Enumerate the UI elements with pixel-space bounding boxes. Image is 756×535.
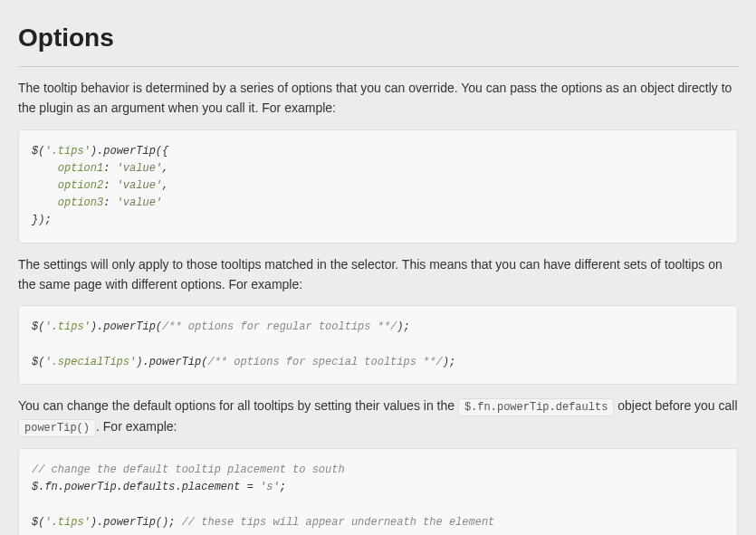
code-text: $.fn.powerTip.defaults.placement = (32, 481, 260, 493)
code-selector: '.specialTips' (44, 356, 136, 368)
code-key: option3 (32, 196, 103, 209)
code-block-1: $('.tips').powerTip({ option1: 'value', … (18, 129, 738, 244)
code-block-3: // change the default tooltip placement … (18, 448, 738, 535)
code-text: ); (397, 320, 409, 333)
para-text: You can change the default options for a… (18, 398, 458, 413)
code-text: ).powerTip({ (91, 145, 168, 158)
code-key: option2 (32, 179, 103, 192)
code-text: ).powerTip( (91, 320, 162, 333)
code-text: : (103, 179, 116, 192)
code-text: ).powerTip( (136, 356, 207, 368)
intro-paragraph-2: The settings will only apply to those to… (18, 254, 738, 295)
code-text: , (162, 162, 168, 175)
code-key: option1 (32, 162, 103, 175)
code-selector: '.tips' (44, 320, 90, 333)
code-text: }); (32, 214, 52, 226)
code-string: 's' (260, 481, 280, 493)
code-string: 'value' (117, 179, 162, 192)
intro-paragraph-3: You can change the default options for a… (18, 396, 738, 437)
code-comment: /** options for special tooltips **/ (207, 356, 442, 368)
inline-code-defaults: $.fn.powerTip.defaults (458, 398, 614, 416)
code-comment: // these tips will appear underneath the… (182, 516, 495, 529)
para-text: . For example: (96, 419, 177, 434)
code-text: $( (32, 145, 44, 158)
para-text: object before you call (614, 398, 737, 413)
code-comment: // change the default tooltip placement … (32, 463, 345, 476)
code-text: $( (32, 356, 44, 368)
code-string: 'value' (117, 196, 162, 209)
section-heading: Options (18, 18, 738, 67)
code-text: ; (280, 481, 286, 493)
code-text: ); (443, 356, 455, 368)
code-text: $( (32, 320, 44, 333)
code-block-2: $('.tips').powerTip(/** options for regu… (18, 305, 738, 385)
code-selector: '.tips' (44, 145, 90, 158)
code-comment: /** options for regular tooltips **/ (162, 320, 397, 333)
code-text: : (103, 162, 116, 175)
inline-code-powertip: powerTip() (18, 419, 96, 437)
code-selector: '.tips' (44, 516, 90, 529)
code-text: $( (32, 516, 44, 529)
code-string: 'value' (117, 162, 162, 175)
code-text: ).powerTip(); (91, 516, 182, 529)
code-text: , (162, 179, 168, 192)
code-text: : (103, 196, 116, 209)
intro-paragraph-1: The tooltip behavior is determined by a … (18, 78, 738, 119)
